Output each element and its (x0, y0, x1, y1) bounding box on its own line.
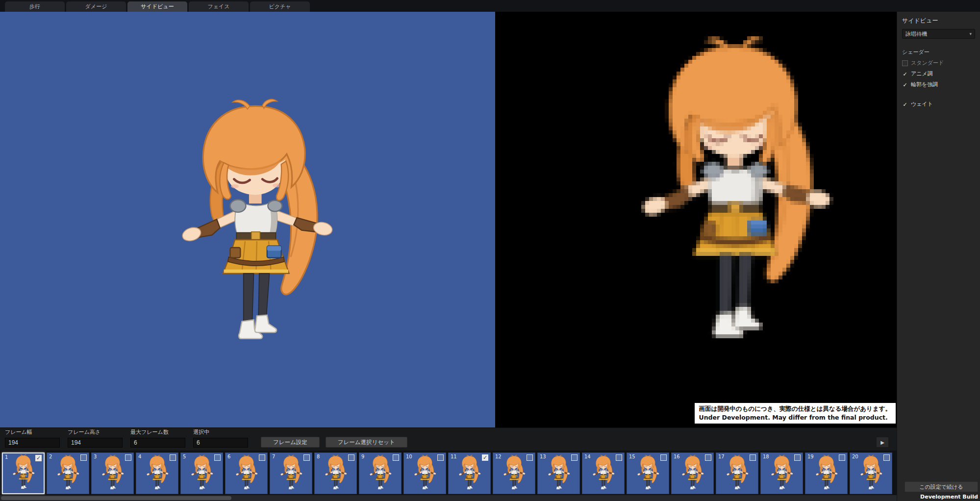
checkbox-empty-icon[interactable] (902, 60, 908, 66)
option-row[interactable]: ✓ウェイト (902, 100, 975, 108)
frame-panel: フレーム幅フレーム高さ最大フレーム数選択中 フレーム設定フレーム選択リセット ▶… (0, 427, 897, 501)
frame-number: 3 (94, 454, 97, 459)
frame-character-thumbnail (857, 454, 884, 493)
pose-dropdown[interactable]: 詠唱待機 ▾ (902, 29, 975, 39)
frame-filmstrip: 1✓234567891011✓121314151617181920 (0, 451, 897, 495)
frame-character-thumbnail (10, 454, 37, 492)
frame-thumb-15[interactable]: 15 (627, 452, 669, 494)
field-label: フレーム高さ (68, 428, 123, 436)
frame-character-thumbnail (679, 454, 706, 493)
pose-dropdown-value: 詠唱待機 (905, 30, 927, 38)
frame-character-thumbnail (188, 454, 215, 493)
continue-button[interactable]: この設定で続ける (905, 481, 978, 492)
extra-options: ✓ウェイト (902, 100, 975, 108)
dev-notice-line2: Under Development. May differ from the f… (699, 413, 891, 422)
frame-thumb-9[interactable]: 9 (359, 452, 402, 494)
sidebar-gap (902, 92, 975, 100)
frame-thumb-20[interactable]: 20 (850, 452, 892, 494)
field-group: フレーム高さ (68, 428, 123, 448)
option-row[interactable]: ✓輪郭を強調 (902, 81, 975, 88)
frame-character-thumbnail (144, 454, 171, 493)
frame-thumb-5[interactable]: 5 (180, 452, 223, 494)
frame-action-button-2[interactable]: フレーム選択リセット (326, 437, 407, 448)
frame-thumb-2[interactable]: 2 (47, 452, 89, 494)
tab-1[interactable]: 歩行 (5, 1, 65, 12)
frame-thumb-10[interactable]: 10 (403, 452, 446, 494)
frame-number: 8 (317, 454, 320, 459)
frame-thumb-3[interactable]: 3 (91, 452, 134, 494)
dev-notice-line1: 画面は開発中のものにつき、実際の仕様とは異なる場合があります。 (699, 404, 891, 413)
option-label: ウェイト (911, 100, 933, 108)
viewport-smooth[interactable] (0, 12, 495, 427)
option-row[interactable]: スタンダード (902, 59, 975, 67)
frame-character-thumbnail (724, 454, 751, 493)
frame-number: 9 (361, 454, 364, 459)
frame-character-thumbnail (322, 454, 349, 493)
frame-thumb-14[interactable]: 14 (582, 452, 625, 494)
frame-thumb-1[interactable]: 1✓ (2, 452, 45, 494)
app-root: 歩行ダメージサイドビューフェイスピクチャ 画面は開発中のものにつき、実際の仕様と… (0, 0, 980, 501)
frame-number: 4 (138, 454, 141, 459)
chevron-down-icon: ▾ (969, 31, 972, 36)
field-label: 最大フレーム数 (130, 428, 185, 436)
frame-thumb-19[interactable]: 19 (805, 452, 848, 494)
frame-character-thumbnail (233, 454, 260, 493)
field-input-1[interactable] (5, 438, 60, 448)
frame-thumb-18[interactable]: 18 (760, 452, 803, 494)
field-label: 選択中 (193, 428, 248, 436)
frame-thumb-13[interactable]: 13 (537, 452, 580, 494)
tab-5[interactable]: ピクチャ (250, 1, 310, 12)
sidebar-title: サイドビュー (902, 17, 975, 25)
field-group: 最大フレーム数 (130, 428, 185, 448)
checkbox-checked-icon[interactable]: ✓ (902, 82, 908, 88)
field-input-3[interactable] (130, 438, 185, 448)
frame-action-button-1[interactable]: フレーム設定 (261, 437, 320, 448)
option-label: 輪郭を強調 (911, 81, 938, 88)
main-content: 画面は開発中のものにつき、実際の仕様とは異なる場合があります。 Under De… (0, 12, 980, 501)
frame-thumb-7[interactable]: 7 (270, 452, 312, 494)
scrollbar-handle[interactable] (1, 496, 231, 500)
frame-thumb-6[interactable]: 6 (225, 452, 268, 494)
field-group: フレーム幅 (5, 428, 60, 448)
character-pixel-canvas (618, 32, 853, 366)
frame-thumb-12[interactable]: 12 (493, 452, 535, 494)
field-input-2[interactable] (68, 438, 123, 448)
viewports-row: 画面は開発中のものにつき、実際の仕様とは異なる場合があります。 Under De… (0, 12, 897, 427)
option-row[interactable]: ✓アニメ調 (902, 70, 975, 77)
checkbox-checked-icon[interactable]: ✓ (902, 71, 908, 77)
field-input-4[interactable] (193, 438, 248, 448)
tab-3[interactable]: サイドビュー (127, 1, 187, 12)
frame-number: 5 (183, 454, 186, 459)
settings-sidebar: サイドビュー 詠唱待機 ▾ シェーダー スタンダード✓アニメ調✓輪郭を強調 ✓ウ… (897, 12, 980, 501)
frame-buttons: フレーム設定フレーム選択リセット (261, 437, 407, 448)
frame-character-thumbnail (634, 454, 661, 493)
play-button[interactable]: ▶ (876, 437, 889, 448)
development-build-label: Development Build (920, 494, 978, 500)
frame-character-thumbnail (501, 454, 528, 493)
frame-controls-row: フレーム幅フレーム高さ最大フレーム数選択中 フレーム設定フレーム選択リセット ▶ (0, 428, 897, 451)
frame-character-thumbnail (411, 454, 438, 493)
frame-character-thumbnail (590, 454, 617, 493)
dev-notice: 画面は開発中のものにつき、実際の仕様とは異なる場合があります。 Under De… (695, 403, 896, 424)
frame-thumb-8[interactable]: 8 (314, 452, 357, 494)
shader-section-label: シェーダー (902, 49, 975, 56)
tab-4[interactable]: フェイス (189, 1, 249, 12)
character-smooth (162, 95, 351, 362)
tab-2[interactable]: ダメージ (66, 1, 126, 12)
checkbox-checked-icon[interactable]: ✓ (902, 101, 908, 107)
frame-number: 6 (227, 454, 230, 459)
frame-number: 1 (5, 454, 8, 460)
frame-thumb-4[interactable]: 4 (136, 452, 178, 494)
shader-options: スタンダード✓アニメ調✓輪郭を強調 (902, 59, 975, 88)
frame-thumb-11[interactable]: 11✓ (448, 452, 491, 494)
frame-thumb-16[interactable]: 16 (671, 452, 714, 494)
frame-character-thumbnail (545, 454, 572, 493)
horizontal-scrollbar[interactable] (0, 495, 897, 501)
sidebar-footer: この設定で続ける Development Build (905, 481, 978, 500)
field-group: 選択中 (193, 428, 248, 448)
field-label: フレーム幅 (5, 428, 60, 436)
viewport-pixelated[interactable]: 画面は開発中のものにつき、実際の仕様とは異なる場合があります。 Under De… (495, 12, 897, 427)
frame-character-thumbnail (367, 454, 394, 493)
frame-thumb-17[interactable]: 17 (716, 452, 758, 494)
option-label: アニメ調 (911, 70, 933, 77)
